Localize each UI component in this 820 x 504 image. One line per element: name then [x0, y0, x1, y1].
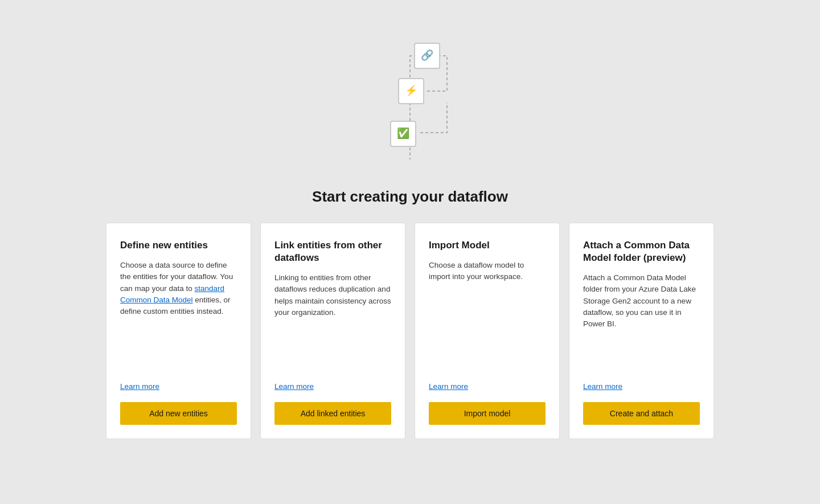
link-entities-learn-more-link[interactable]: Learn more	[274, 382, 391, 391]
card-define-new-description: Choose a data source to define the entit…	[120, 260, 237, 376]
illustration-area: 🔗 ⚡ ✅	[17, 11, 803, 188]
attach-cdm-learn-more-link[interactable]: Learn more	[583, 382, 700, 391]
card-import-model-title: Import Model	[429, 239, 546, 252]
card-link-entities-title: Link entities from other dataflows	[274, 239, 391, 264]
card-link-entities: Link entities from other dataflows Linki…	[260, 223, 405, 439]
cards-container: Define new entities Choose a data source…	[97, 223, 723, 439]
standard-cdm-link[interactable]: standard Common Data Model	[120, 284, 224, 304]
page-title: Start creating your dataflow	[312, 188, 508, 206]
svg-text:⚡: ⚡	[405, 84, 418, 97]
main-container: 🔗 ⚡ ✅ Start creating your dataflow Defin…	[17, 11, 803, 462]
add-linked-entities-button[interactable]: Add linked entities	[274, 402, 391, 425]
svg-text:✅: ✅	[397, 127, 410, 140]
card-attach-cdm: Attach a Common Data Model folder (previ…	[569, 223, 714, 439]
card-link-entities-description: Linking to entities from other dataflows…	[274, 272, 391, 376]
card-attach-cdm-description: Attach a Common Data Model folder from y…	[583, 272, 700, 376]
dataflow-diagram: 🔗 ⚡ ✅	[353, 28, 467, 177]
card-import-model: Import Model Choose a dataflow model to …	[415, 223, 560, 439]
import-model-button[interactable]: Import model	[429, 402, 546, 425]
card-define-new-title: Define new entities	[120, 239, 237, 252]
card-attach-cdm-title: Attach a Common Data Model folder (previ…	[583, 239, 700, 264]
svg-text:🔗: 🔗	[421, 49, 434, 62]
card-import-model-description: Choose a dataflow model to import into y…	[429, 260, 546, 376]
add-new-entities-button[interactable]: Add new entities	[120, 402, 237, 425]
define-new-learn-more-link[interactable]: Learn more	[120, 382, 237, 391]
import-model-learn-more-link[interactable]: Learn more	[429, 382, 546, 391]
create-and-attach-button[interactable]: Create and attach	[583, 402, 700, 425]
card-define-new: Define new entities Choose a data source…	[106, 223, 251, 439]
